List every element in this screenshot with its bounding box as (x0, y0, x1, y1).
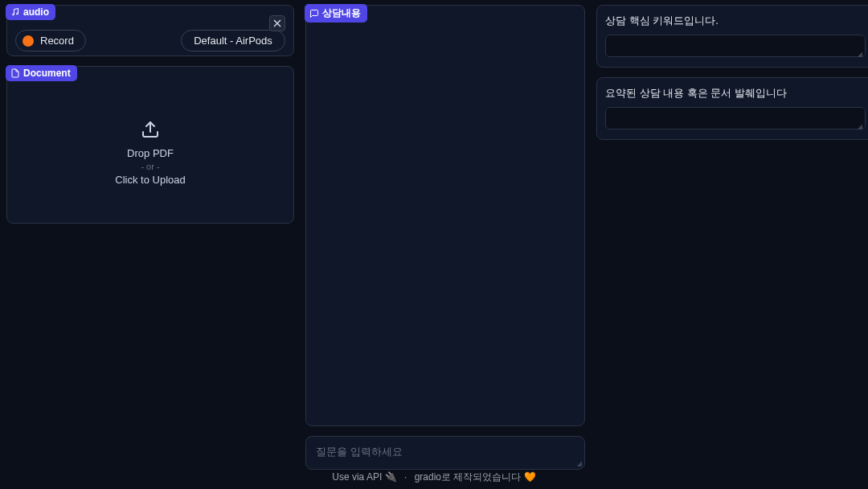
upload-dropzone[interactable]: Drop PDF - or - Click to Upload (15, 91, 285, 215)
audio-pill: audio (6, 4, 55, 20)
document-pill: Document (6, 65, 77, 81)
dropzone-line2: Click to Upload (115, 174, 185, 186)
document-panel: Document Drop PDF - or - Click to Upload (6, 66, 294, 224)
dropzone-line1: Drop PDF (127, 147, 174, 159)
resize-handle-icon[interactable] (857, 124, 863, 130)
svg-point-0 (13, 14, 14, 15)
resize-handle-icon[interactable] (576, 461, 583, 467)
summary-label: 요약된 상담 내용 혹은 문서 발췌입니다 (605, 86, 866, 101)
upload-icon (141, 120, 160, 139)
gradio-link-text: gradio로 제작되었습니다 (415, 471, 522, 483)
device-selected-label: Default - AirPods (194, 35, 272, 47)
audio-pill-label: audio (23, 6, 49, 18)
api-link-text: Use via API (332, 471, 382, 483)
chat-input-container (305, 436, 585, 470)
right-column: 상담 핵심 키워드입니다. 요약된 상담 내용 혹은 문서 발췌입니다 (596, 5, 868, 489)
record-label: Record (40, 35, 74, 47)
resize-handle-icon[interactable] (857, 51, 863, 58)
api-link[interactable]: Use via API 🔌 (332, 471, 399, 483)
chat-pill-label: 상담내용 (322, 6, 361, 20)
gradio-link[interactable]: gradio로 제작되었습니다 🧡 (415, 471, 536, 483)
chat-input[interactable] (311, 438, 579, 464)
device-select[interactable]: Default - AirPods (181, 30, 285, 51)
plug-icon: 🔌 (385, 471, 397, 483)
left-column: audio Record Default - AirPods Document (6, 5, 294, 489)
chat-panel: 상담내용 (305, 5, 585, 426)
footer-separator: · (404, 471, 407, 483)
center-column: 상담내용 (305, 5, 585, 489)
record-button[interactable]: Record (15, 30, 86, 51)
svg-point-1 (17, 13, 18, 14)
summary-textarea[interactable] (605, 107, 866, 129)
record-dot-icon (23, 35, 34, 47)
close-icon (273, 19, 281, 27)
audio-panel: audio Record Default - AirPods (6, 5, 294, 56)
keywords-block: 상담 핵심 키워드입니다. (596, 5, 868, 68)
summary-block: 요약된 상담 내용 혹은 문서 발췌입니다 (596, 77, 868, 140)
chat-pill: 상담내용 (305, 4, 367, 23)
document-pill-label: Document (23, 68, 71, 79)
footer: Use via API 🔌 · gradio로 제작되었습니다 🧡 (0, 471, 868, 484)
music-note-icon (10, 7, 20, 17)
file-icon (10, 68, 20, 78)
keywords-label: 상담 핵심 키워드입니다. (605, 14, 866, 28)
dropzone-or: - or - (141, 162, 159, 171)
close-audio-button[interactable] (269, 15, 285, 31)
chat-icon (309, 9, 319, 18)
gradio-emoji-icon: 🧡 (524, 471, 536, 483)
keywords-textarea[interactable] (605, 35, 866, 57)
